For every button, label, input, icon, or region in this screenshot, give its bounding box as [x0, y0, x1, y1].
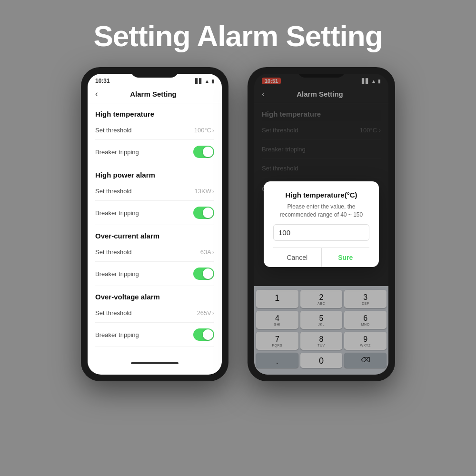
row-overcurrent-threshold[interactable]: Set threshold 63A ›: [95, 243, 214, 262]
chevron-icon-4: ›: [212, 310, 214, 317]
dialog-input[interactable]: [273, 224, 369, 241]
chevron-icon-2: ›: [212, 188, 214, 195]
dialog-overlay: High temperature(°C) Please enter the va…: [254, 74, 388, 375]
chevron-icon-3: ›: [212, 249, 214, 256]
screen-content-left: High temperature Set threshold 100°C › B…: [88, 103, 222, 347]
row-overcurrent-breaker: Breaker tripping: [95, 262, 214, 286]
chevron-icon: ›: [212, 127, 214, 134]
cancel-button[interactable]: Cancel: [273, 248, 322, 267]
phone-right: 10:51 ▋▋ ▲ ▮ ‹ Alarm Setting High temper…: [248, 67, 395, 381]
dialog-title: High temperature(°C): [273, 191, 369, 199]
row-high-temp-breaker: Breaker tripping: [95, 140, 214, 164]
status-icons-left: ▋▋ ▲ ▮: [195, 79, 214, 84]
dialog-buttons: Cancel Sure: [273, 248, 369, 267]
notch-left: [131, 67, 178, 78]
section-high-power: High power alarm: [95, 164, 214, 182]
section-overcurrent: Over-current alarm: [95, 225, 214, 243]
row-overvoltage-breaker: Breaker tripping: [95, 323, 214, 347]
section-high-temp: High temperature: [95, 103, 214, 121]
phones-container: 10:31 ▋▋ ▲ ▮ ‹ Alarm Setting High temper…: [0, 67, 476, 381]
section-overvoltage: Over-voltage alarm: [95, 286, 214, 304]
row-overvoltage-threshold[interactable]: Set threshold 265V ›: [95, 304, 214, 323]
nav-title-left: Alarm Setting: [102, 90, 205, 98]
page-title: Setting Alarm Setting: [0, 0, 476, 67]
row-high-power-breaker: Breaker tripping: [95, 201, 214, 225]
signal-icon: ▋▋: [195, 79, 203, 84]
row-high-power-threshold[interactable]: Set threshold 13KW ›: [95, 182, 214, 201]
screen-right: 10:51 ▋▋ ▲ ▮ ‹ Alarm Setting High temper…: [254, 74, 388, 375]
home-indicator-left: [131, 362, 178, 364]
row-high-temp-threshold[interactable]: Set threshold 100°C ›: [95, 121, 214, 140]
toggle-high-power[interactable]: [193, 207, 214, 219]
sure-button[interactable]: Sure: [322, 248, 370, 267]
time-left: 10:31: [95, 78, 110, 84]
back-button-left[interactable]: ‹: [95, 89, 98, 99]
wifi-icon: ▲: [205, 79, 209, 84]
dialog-description: Please enter the value, the recommended …: [273, 203, 369, 219]
battery-icon: ▮: [211, 79, 214, 84]
toggle-overvoltage[interactable]: [193, 328, 214, 341]
toggle-overcurrent[interactable]: [193, 268, 214, 280]
screen-left: 10:31 ▋▋ ▲ ▮ ‹ Alarm Setting High temper…: [88, 74, 222, 375]
toggle-high-temp[interactable]: [193, 146, 214, 158]
nav-bar-left: ‹ Alarm Setting: [88, 87, 222, 103]
dialog-box: High temperature(°C) Please enter the va…: [264, 181, 379, 268]
phone-left: 10:31 ▋▋ ▲ ▮ ‹ Alarm Setting High temper…: [81, 67, 228, 381]
